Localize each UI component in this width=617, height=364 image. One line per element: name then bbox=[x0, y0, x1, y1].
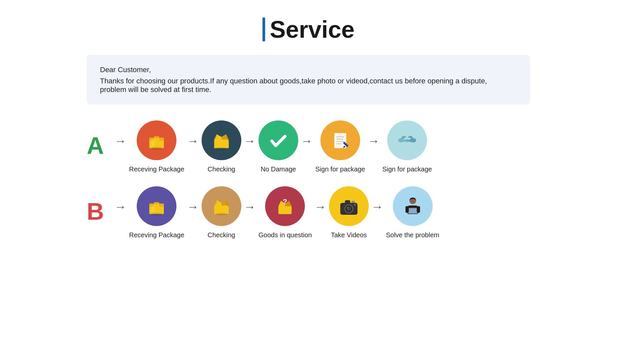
flow-item-a4-wrap: Sign for package → bbox=[315, 120, 382, 173]
label-a2: Checking bbox=[208, 165, 235, 173]
svg-rect-19 bbox=[154, 202, 159, 204]
flow-item-b4: Take Videos bbox=[329, 186, 369, 239]
label-a3: No Damage bbox=[261, 165, 296, 173]
icon-a-receiving bbox=[137, 120, 176, 160]
arrow-b0: → bbox=[115, 200, 126, 214]
flow-row-a: A → Receving Package → bbox=[87, 120, 530, 173]
svg-point-7 bbox=[215, 147, 227, 149]
flow-item-b1-wrap: Receving Package → bbox=[129, 186, 202, 239]
arrow-b2: → bbox=[244, 200, 256, 214]
svg-rect-10 bbox=[336, 139, 343, 140]
notice-greeting: Dear Customer, bbox=[100, 66, 517, 74]
svg-point-20 bbox=[151, 213, 163, 215]
svg-rect-40 bbox=[417, 206, 420, 213]
icon-b-receiving bbox=[137, 186, 176, 226]
flow-item-b1: Receving Package bbox=[129, 186, 184, 239]
svg-rect-39 bbox=[405, 206, 409, 213]
icon-b-checking bbox=[202, 186, 241, 226]
svg-rect-21 bbox=[151, 205, 155, 212]
page-title-section: Service bbox=[262, 16, 355, 43]
label-a4: Sign for package bbox=[315, 165, 365, 173]
svg-rect-24 bbox=[278, 206, 292, 214]
section-letter-a: A bbox=[87, 134, 104, 158]
svg-rect-22 bbox=[214, 205, 229, 214]
icon-a-handshake bbox=[387, 120, 427, 160]
svg-point-15 bbox=[405, 139, 409, 142]
svg-rect-31 bbox=[345, 200, 350, 204]
label-b4: Take Videos bbox=[331, 231, 367, 239]
svg-rect-5 bbox=[151, 139, 155, 146]
svg-rect-12 bbox=[336, 143, 342, 144]
icon-b-camera bbox=[329, 186, 369, 226]
flow-item-b4-wrap: Take Videos → bbox=[329, 186, 386, 239]
svg-point-23 bbox=[215, 213, 227, 215]
flow-row-b: B → Receving Package → bbox=[87, 186, 530, 239]
flow-item-b5: Solve the problem bbox=[386, 186, 439, 239]
label-b3: Goods in question bbox=[259, 231, 312, 239]
svg-rect-3 bbox=[154, 136, 159, 138]
label-b5: Solve the problem bbox=[386, 231, 439, 239]
notice-box: Dear Customer, Thanks for choosing our p… bbox=[87, 55, 530, 105]
arrow-a2: → bbox=[244, 134, 256, 148]
arrow-b3: → bbox=[314, 200, 326, 214]
arrow-a1: → bbox=[187, 134, 199, 148]
svg-rect-38 bbox=[408, 208, 417, 213]
flow-item-a2-wrap: Checking → bbox=[202, 120, 259, 173]
flow-item-b3: ? Goods in question bbox=[259, 186, 312, 239]
label-a5: Sign for package bbox=[382, 165, 432, 173]
icon-b-person bbox=[393, 186, 433, 226]
svg-point-29 bbox=[347, 206, 351, 211]
svg-point-30 bbox=[347, 207, 349, 208]
flow-item-b2: Checking bbox=[202, 186, 241, 239]
flow-item-a3: No Damage bbox=[259, 120, 298, 173]
svg-rect-9 bbox=[336, 136, 344, 137]
svg-rect-6 bbox=[214, 140, 229, 148]
icon-b-question: ? bbox=[265, 186, 305, 226]
flow-item-a2: Checking bbox=[202, 120, 241, 173]
icon-a-checking bbox=[202, 120, 241, 160]
page-title: Service bbox=[270, 16, 355, 43]
label-a1: Receving Package bbox=[129, 165, 184, 173]
arrow-b4: → bbox=[371, 200, 383, 214]
flow-item-a1-wrap: Receving Package → bbox=[129, 120, 202, 173]
notice-body: Thanks for choosing our products.If any … bbox=[100, 77, 517, 94]
flow-item-a3-wrap: No Damage → bbox=[259, 120, 315, 173]
svg-point-33 bbox=[354, 204, 356, 206]
svg-point-4 bbox=[151, 147, 163, 150]
section-letter-b: B bbox=[87, 200, 104, 223]
title-accent-bar bbox=[262, 18, 265, 41]
arrow-a4: → bbox=[368, 134, 380, 148]
label-b1: Receving Package bbox=[129, 231, 184, 239]
arrow-b1: → bbox=[187, 200, 199, 214]
icon-a-sign bbox=[320, 120, 360, 160]
svg-text:?: ? bbox=[283, 198, 287, 206]
flow-item-b3-wrap: ? Goods in question → bbox=[259, 186, 329, 239]
flow-item-a1: Receving Package bbox=[129, 120, 184, 173]
flow-item-a5: Sign for package bbox=[382, 120, 432, 173]
arrow-a0: → bbox=[115, 134, 126, 148]
svg-rect-11 bbox=[336, 141, 344, 142]
flow-item-b2-wrap: Checking → bbox=[202, 186, 259, 239]
label-b2: Checking bbox=[208, 231, 235, 239]
flow-item-a4: Sign for package bbox=[315, 120, 365, 173]
svg-rect-32 bbox=[352, 201, 355, 203]
arrow-a3: → bbox=[301, 134, 313, 148]
icon-a-nodamage bbox=[259, 120, 298, 160]
